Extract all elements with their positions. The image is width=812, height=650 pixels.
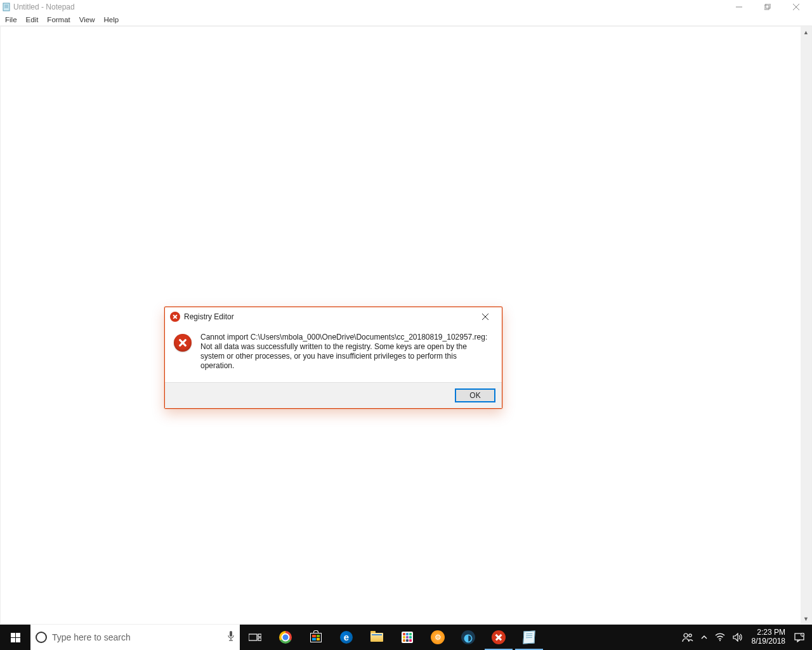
tray-volume[interactable] <box>729 625 747 650</box>
notepad-title: Untitled - Notepad <box>13 3 724 11</box>
vertical-scrollbar[interactable]: ▲ ▼ <box>801 27 811 624</box>
svg-rect-5 <box>764 5 769 10</box>
dialog-title: Registry Editor <box>184 312 473 321</box>
ok-button[interactable]: OK <box>455 388 495 402</box>
taskbar-settings-app[interactable]: ⚙ <box>422 625 453 650</box>
taskbar-swirl-app[interactable]: ◐ <box>453 625 483 650</box>
svg-rect-15 <box>258 634 261 637</box>
menu-format[interactable]: Format <box>43 15 74 24</box>
taskbar: Type here to search ⚙ ◐ 2:23 PM <box>0 625 812 650</box>
svg-rect-16 <box>258 638 261 640</box>
scroll-up-icon[interactable]: ▲ <box>801 27 811 37</box>
taskbar-edge[interactable] <box>331 625 362 650</box>
menu-file[interactable]: File <box>1 15 22 24</box>
notepad-icon <box>523 631 535 644</box>
taskbar-chrome[interactable] <box>270 625 301 650</box>
error-icon <box>174 334 192 352</box>
tray-clock[interactable]: 2:23 PM 8/19/2018 <box>747 628 790 646</box>
folder-icon <box>370 633 383 642</box>
grid-app-icon <box>402 632 413 643</box>
menu-help[interactable]: Help <box>100 15 124 24</box>
task-view-button[interactable] <box>240 625 270 650</box>
window-controls <box>724 1 810 13</box>
dialog-titlebar[interactable]: Registry Editor <box>165 307 502 326</box>
notepad-menubar: File Edit Format View Help <box>0 14 812 26</box>
scroll-down-icon[interactable]: ▼ <box>801 613 811 624</box>
action-center[interactable]: 1 <box>790 625 808 650</box>
taskbar-notepad[interactable] <box>514 625 544 650</box>
taskbar-pinned: ⚙ ◐ <box>270 625 544 650</box>
svg-point-17 <box>684 633 688 637</box>
clock-time: 2:23 PM <box>757 628 785 637</box>
svg-point-19 <box>719 640 721 641</box>
dialog-footer: OK <box>165 382 502 408</box>
error-icon <box>170 312 180 322</box>
notification-icon: 1 <box>794 632 804 642</box>
dialog-message: Cannot import C:\Users\mbola_000\OneDriv… <box>200 333 494 371</box>
system-tray: 2:23 PM 8/19/2018 1 <box>674 625 812 650</box>
chevron-up-icon <box>701 634 707 640</box>
taskbar-app-grid[interactable] <box>392 625 422 650</box>
store-icon <box>310 633 322 642</box>
notepad-titlebar[interactable]: Untitled - Notepad <box>0 0 812 14</box>
taskbar-store[interactable] <box>301 625 331 650</box>
chrome-icon <box>279 631 292 644</box>
speaker-icon <box>733 633 743 642</box>
svg-rect-6 <box>766 4 770 8</box>
search-placeholder: Type here to search <box>52 632 222 642</box>
maximize-button[interactable] <box>753 1 782 13</box>
taskbar-registry-editor[interactable] <box>483 625 514 650</box>
tray-overflow[interactable] <box>697 625 711 650</box>
svg-rect-14 <box>249 634 257 640</box>
gear-icon: ⚙ <box>431 630 445 644</box>
tray-wifi[interactable] <box>711 625 729 650</box>
wifi-icon <box>715 633 725 642</box>
dialog-close-button[interactable] <box>473 308 498 325</box>
swirl-icon: ◐ <box>461 630 475 644</box>
microphone-icon[interactable] <box>227 630 235 644</box>
menu-view[interactable]: View <box>75 15 100 24</box>
close-button[interactable] <box>782 1 810 13</box>
dialog-body: Cannot import C:\Users\mbola_000\OneDriv… <box>165 326 502 382</box>
people-icon <box>682 632 693 642</box>
task-view-icon <box>249 632 261 642</box>
taskbar-search[interactable]: Type here to search <box>30 625 240 650</box>
minimize-button[interactable] <box>724 1 753 13</box>
svg-point-18 <box>688 634 691 637</box>
taskbar-file-explorer[interactable] <box>362 625 392 650</box>
start-button[interactable] <box>0 625 30 650</box>
svg-marker-20 <box>733 633 738 641</box>
windows-logo-icon <box>11 633 20 642</box>
cortana-icon <box>36 632 47 643</box>
people-button[interactable] <box>678 625 697 650</box>
svg-rect-0 <box>3 3 10 11</box>
error-icon <box>492 630 506 644</box>
notepad-icon <box>2 3 11 11</box>
registry-error-dialog: Registry Editor Cannot import C:\Users\m… <box>164 307 502 409</box>
edge-icon <box>340 631 353 644</box>
menu-edit[interactable]: Edit <box>22 15 43 24</box>
svg-rect-11 <box>230 631 232 637</box>
clock-date: 8/19/2018 <box>752 637 785 646</box>
